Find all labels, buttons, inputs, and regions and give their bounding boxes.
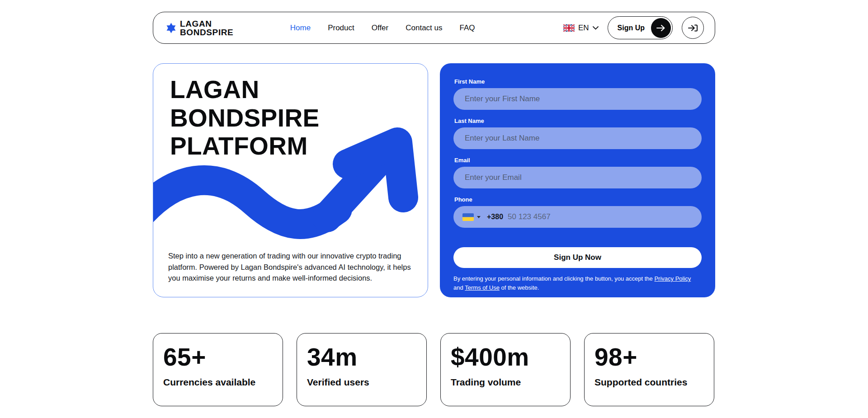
phone-label: Phone — [454, 196, 702, 203]
legal-text: By entering your personal information an… — [453, 274, 702, 292]
privacy-policy-link[interactable]: Privacy Policy — [654, 275, 691, 282]
stat-card-currencies: 65+ Currencies available — [153, 333, 283, 406]
nav-item-product[interactable]: Product — [328, 23, 354, 33]
signup-form: First Name Last Name Email Phone — [440, 63, 715, 297]
signup-button-label: Sign Up — [618, 24, 645, 32]
terms-of-use-link[interactable]: Terms of Use — [465, 284, 500, 291]
hero-description: Step into a new generation of trading wi… — [168, 250, 422, 283]
hero-card: LAGAN BONDSPIRE PLATFORM Step into a new… — [153, 63, 428, 297]
arrow-right-icon — [651, 18, 671, 38]
login-button[interactable] — [682, 17, 704, 39]
header: LAGAN BONDSPIRE Home Product Offer Conta… — [153, 12, 715, 44]
stat-value: $400m — [451, 344, 562, 371]
stat-value: 65+ — [163, 344, 274, 371]
dropdown-triangle-icon — [477, 216, 481, 218]
stat-label: Supported countries — [594, 377, 706, 388]
signup-now-button[interactable]: Sign Up Now — [453, 247, 702, 268]
dial-code: +380 — [487, 213, 503, 221]
stat-value: 34m — [307, 344, 418, 371]
stat-card-volume: $400m Trading volume — [440, 333, 571, 406]
last-name-label: Last Name — [454, 117, 702, 124]
stat-label: Verified users — [307, 377, 418, 388]
stat-label: Trading volume — [451, 377, 562, 388]
language-selector[interactable]: EN — [563, 23, 599, 33]
phone-input[interactable] — [508, 212, 693, 221]
first-name-input[interactable] — [453, 88, 702, 110]
email-label: Email — [454, 157, 702, 164]
nav-item-home[interactable]: Home — [290, 23, 311, 33]
email-input[interactable] — [453, 167, 702, 188]
logo-text: LAGAN BONDSPIRE — [180, 19, 233, 37]
main-nav: Home Product Offer Contact us FAQ — [233, 23, 532, 33]
stat-label: Currencies available — [163, 377, 274, 388]
language-code: EN — [578, 23, 589, 33]
uk-flag-icon — [563, 24, 575, 32]
signup-button[interactable]: Sign Up — [608, 16, 673, 39]
hero-title: LAGAN BONDSPIRE PLATFORM — [170, 75, 320, 160]
country-selector[interactable] — [462, 213, 481, 221]
phone-field: +380 — [453, 206, 702, 228]
nav-item-offer[interactable]: Offer — [372, 23, 388, 33]
ukraine-flag-icon — [462, 213, 474, 221]
login-icon — [688, 23, 698, 33]
header-actions: EN Sign Up — [563, 16, 704, 39]
legal-prefix: By entering your personal information an… — [453, 275, 654, 282]
legal-suffix: of the website. — [500, 284, 539, 291]
nav-item-contact-us[interactable]: Contact us — [406, 23, 442, 33]
last-name-input[interactable] — [453, 127, 702, 149]
nav-item-faq[interactable]: FAQ — [460, 23, 475, 33]
hexagram-star-icon — [166, 23, 176, 33]
hero-section: LAGAN BONDSPIRE PLATFORM Step into a new… — [153, 63, 715, 297]
legal-mid: and — [453, 284, 465, 291]
chevron-down-icon — [593, 26, 599, 30]
stat-value: 98+ — [594, 344, 706, 371]
logo[interactable]: LAGAN BONDSPIRE — [166, 19, 233, 37]
first-name-label: First Name — [454, 78, 702, 85]
stat-card-countries: 98+ Supported countries — [584, 333, 714, 406]
stats-section: 65+ Currencies available 34m Verified us… — [153, 333, 715, 406]
stat-card-users: 34m Verified users — [297, 333, 427, 406]
